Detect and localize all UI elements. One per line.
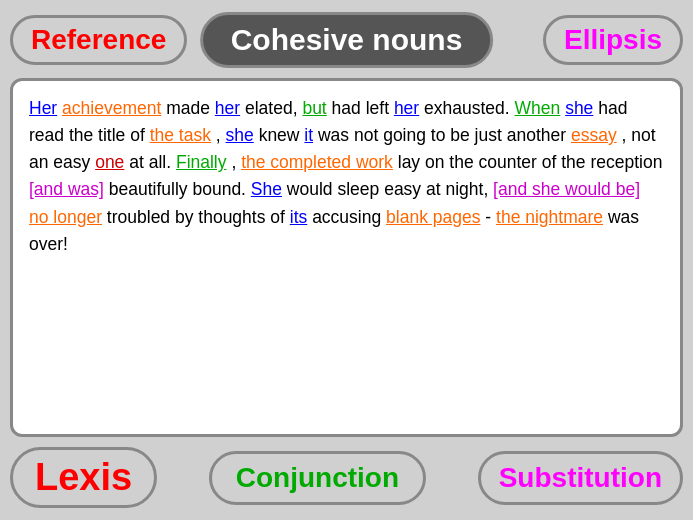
- word-she3: She: [251, 179, 282, 199]
- bottom-row: Lexis Conjunction Substitution: [10, 445, 683, 510]
- word-its: its: [290, 207, 308, 227]
- word-and-was: [and was]: [29, 179, 104, 199]
- word-the-nightmare: the nightmare: [496, 207, 603, 227]
- text-plain5: exhausted.: [424, 98, 514, 118]
- label-substitution: Substitution: [478, 451, 683, 505]
- word-achievement: achievement: [62, 98, 161, 118]
- word-her2: her: [215, 98, 240, 118]
- word-her3: her: [394, 98, 419, 118]
- text-plain13: ,: [231, 152, 241, 172]
- label-reference: Reference: [10, 15, 187, 65]
- text-plain8: ,: [216, 125, 226, 145]
- word-no-longer: no longer: [29, 207, 102, 227]
- text-plain3: elated,: [245, 98, 302, 118]
- text-plain12: at all.: [129, 152, 176, 172]
- word-when: When: [515, 98, 561, 118]
- word-and-she-would-be: [and she would be]: [493, 179, 640, 199]
- label-lexis: Lexis: [10, 447, 157, 508]
- label-ellipsis: Ellipsis: [543, 15, 683, 65]
- word-essay: essay: [571, 125, 617, 145]
- text-plain9: knew: [259, 125, 305, 145]
- text-plain19: accusing: [312, 207, 386, 227]
- text-plain16: would sleep easy at night,: [287, 179, 493, 199]
- label-conjunction: Conjunction: [209, 451, 426, 505]
- word-finally: Finally: [176, 152, 227, 172]
- label-cohesive: Cohesive nouns: [200, 12, 494, 68]
- main-text-box: Her achievement made her elated, but had…: [10, 78, 683, 437]
- word-one: one: [95, 152, 124, 172]
- word-her1: Her: [29, 98, 57, 118]
- word-she2: she: [226, 125, 254, 145]
- text-plain18: troubled by thoughts of: [107, 207, 290, 227]
- word-blank-pages: blank pages: [386, 207, 480, 227]
- word-she1: she: [565, 98, 593, 118]
- main-container: Reference Cohesive nouns Ellipsis Her ac…: [0, 0, 693, 520]
- text-plain10: was not going to be just another: [318, 125, 571, 145]
- top-row: Reference Cohesive nouns Ellipsis: [10, 10, 683, 70]
- word-the-task: the task: [150, 125, 211, 145]
- word-but: but: [302, 98, 326, 118]
- text-plain4: had left: [332, 98, 394, 118]
- word-it: it: [304, 125, 313, 145]
- text-plain2: made: [166, 98, 215, 118]
- word-completed-work: the completed work: [241, 152, 393, 172]
- text-plain14: lay on the counter of the reception: [398, 152, 663, 172]
- text-plain15: beautifully bound.: [109, 179, 251, 199]
- text-plain20: -: [485, 207, 496, 227]
